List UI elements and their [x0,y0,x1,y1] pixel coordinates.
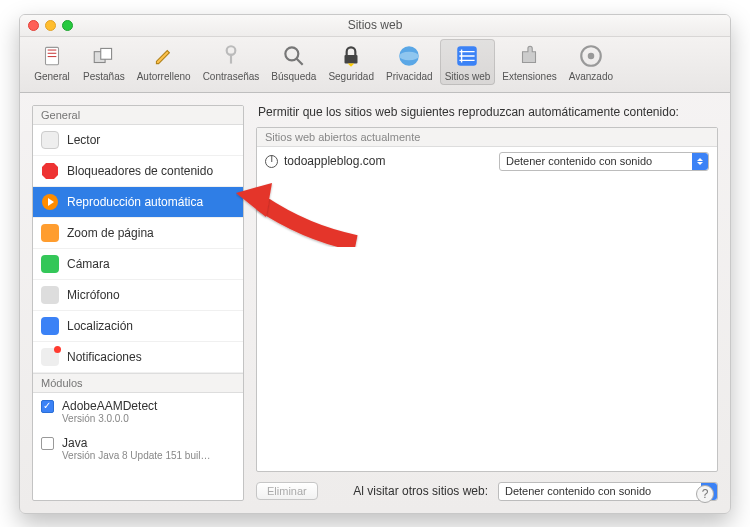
advanced-icon [577,42,605,70]
svg-rect-5 [101,48,112,59]
main-panel: Permitir que los sitios web siguientes r… [256,105,718,501]
puzzle-icon [515,42,543,70]
chevron-updown-icon [692,153,708,170]
location-icon [41,317,59,335]
sidebar-item-microphone[interactable]: Micrófono [33,280,243,311]
row-option-popup[interactable]: Detener contenido con sonido [499,152,709,171]
checkbox-icon[interactable] [41,400,54,413]
help-button[interactable]: ? [696,485,714,503]
list-header: Sitios web abiertos actualmente [257,128,717,147]
search-icon [280,42,308,70]
pencil-icon [150,42,178,70]
checkbox-icon[interactable] [41,437,54,450]
reader-icon [41,131,59,149]
sidebar-item-blockers[interactable]: Bloqueadores de contenido [33,156,243,187]
delete-button[interactable]: Eliminar [256,482,318,500]
tab-tabs[interactable]: Pestañas [78,39,130,85]
preferences-window: Sitios web General Pestañas Autorrelleno… [19,14,731,514]
panel-footer: Eliminar Al visitar otros sitios web: De… [256,482,718,501]
camera-icon [41,255,59,273]
content-area: General Lector Bloqueadores de contenido… [20,93,730,513]
table-row[interactable]: todoappleblog.com Detener contenido con … [257,147,717,176]
tab-autofill[interactable]: Autorrelleno [132,39,196,85]
tab-passwords[interactable]: Contraseñas [198,39,265,85]
svg-point-6 [227,46,236,55]
module-adobe[interactable]: AdobeAAMDetect Versión 3.0.0.0 [33,393,243,430]
privacy-icon [395,42,423,70]
sidebar-item-notifications[interactable]: Notificaciones [33,342,243,373]
tab-extensions[interactable]: Extensiones [497,39,561,85]
sidebar-item-location[interactable]: Localización [33,311,243,342]
websites-list: Sitios web abiertos actualmente todoappl… [256,127,718,472]
sidebar-item-lector[interactable]: Lector [33,125,243,156]
sidebar-item-camera[interactable]: Cámara [33,249,243,280]
svg-rect-1 [48,49,57,50]
play-icon [41,193,59,211]
tab-advanced[interactable]: Avanzado [564,39,618,85]
svg-marker-17 [42,163,58,179]
svg-rect-2 [48,52,57,53]
microphone-icon [41,286,59,304]
websites-icon [453,42,481,70]
svg-line-9 [296,58,303,64]
stop-icon [41,162,59,180]
sidebar-section-modules: Módulos [33,373,243,393]
tab-privacy[interactable]: Privacidad [381,39,438,85]
zoom-page-icon [41,224,59,242]
power-icon [265,155,278,168]
tab-search[interactable]: Búsqueda [266,39,321,85]
module-java[interactable]: Java Versión Java 8 Update 151 buil… [33,430,243,467]
svg-marker-11 [348,63,355,66]
titlebar: Sitios web [20,15,730,37]
key-icon [217,42,245,70]
sidebar-item-zoom[interactable]: Zoom de página [33,218,243,249]
sidebar: General Lector Bloqueadores de contenido… [32,105,244,501]
panel-heading: Permitir que los sitios web siguientes r… [256,105,718,119]
tab-websites[interactable]: Sitios web [440,39,496,85]
default-option-popup[interactable]: Detener contenido con sonido [498,482,718,501]
svg-rect-3 [48,56,57,57]
tabs-icon [90,42,118,70]
svg-point-16 [588,52,595,59]
preferences-toolbar: General Pestañas Autorrelleno Contraseña… [20,37,730,93]
sidebar-item-autoplay[interactable]: Reproducción automática [33,187,243,218]
footer-label: Al visitar otros sitios web: [353,484,488,498]
gear-icon [38,42,66,70]
tab-general[interactable]: General [28,39,76,85]
svg-point-13 [400,51,420,60]
svg-rect-10 [345,54,358,63]
bell-icon [41,348,59,366]
sidebar-section-general: General [33,106,243,125]
svg-rect-7 [230,53,232,63]
tab-security[interactable]: Seguridad [323,39,379,85]
site-label: todoappleblog.com [265,154,491,168]
window-title: Sitios web [20,18,730,32]
lock-icon [337,42,365,70]
